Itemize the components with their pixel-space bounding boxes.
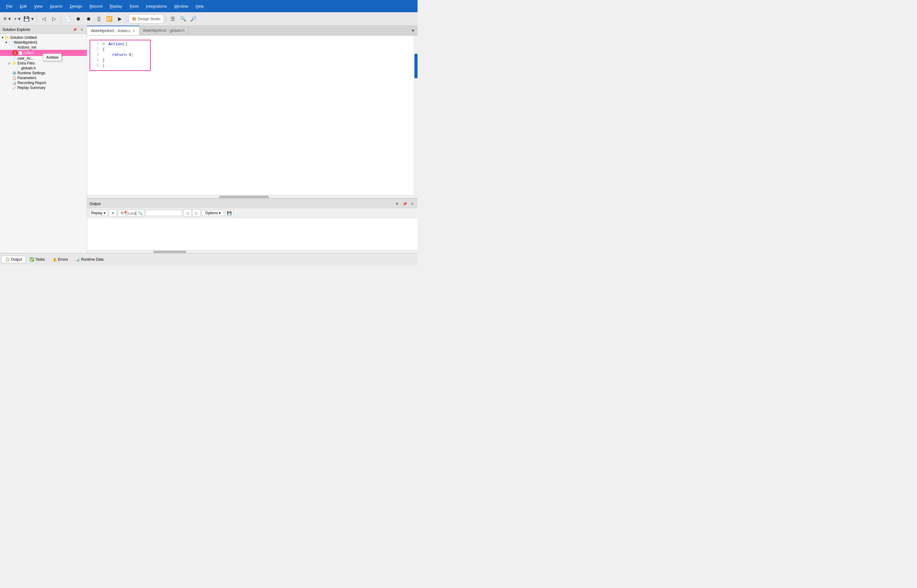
icon-actions-init: 📄 (12, 45, 16, 50)
tree-actions-init[interactable]: 📄 Actions_init (0, 45, 87, 50)
code-line-1: 1 ⊟ Action() (90, 42, 150, 47)
label-recording-report: Recording Report (18, 81, 46, 85)
label-user-ac: user_Ac... (18, 56, 34, 60)
tree-replay-summary[interactable]: 📈 Replay Summary (0, 85, 87, 90)
back-btn[interactable]: ◁ (39, 14, 48, 24)
play-btn[interactable]: ▶ (115, 14, 125, 24)
menu-tools[interactable]: Tools (126, 2, 142, 10)
stop-btn[interactable]: ⏺ (84, 14, 94, 24)
output-locate-btn[interactable]: 📍 Locate (127, 209, 135, 216)
bottom-tab-tasks[interactable]: ✅ Tasks (26, 256, 48, 263)
tree-extra-files[interactable]: ▷ 📁 Extra Files (0, 61, 87, 66)
label-replay-summary: Replay Summary (18, 86, 45, 90)
bottom-tab-runtime-data-icon: 📊 (75, 257, 80, 262)
menu-design[interactable]: Design (66, 2, 86, 10)
separator-2 (61, 15, 61, 23)
inspect-btn[interactable]: 🔍 (178, 14, 188, 24)
menu-search[interactable]: Search (46, 2, 66, 10)
solution-explorer-title: Solution Explorer (2, 27, 30, 32)
menu-integrations[interactable]: Integrations (142, 2, 171, 10)
save-dropdown-btn[interactable]: 💾 ▾ (22, 14, 34, 24)
output-header: Output ▼ 📌 ✕ (87, 200, 418, 208)
code-line-2: 2 { (90, 47, 150, 53)
tab-action-c-close[interactable]: ✕ (132, 29, 136, 33)
code-return-keyword: return (112, 53, 126, 57)
menu-view[interactable]: View (30, 2, 46, 10)
pin-icon[interactable]: 📌 (72, 27, 77, 32)
menu-file[interactable]: File (2, 2, 16, 10)
action-tooltip: Action (43, 53, 62, 61)
menu-replay[interactable]: Replay (106, 2, 126, 10)
bottom-tab-errors[interactable]: ⚠️ Errors (48, 256, 72, 263)
output-search-input[interactable] (145, 210, 182, 216)
tree-runtime-settings[interactable]: ⚙️ Runtime Settings (0, 71, 87, 76)
tree-recording-report[interactable]: 📊 Recording Report (0, 81, 87, 85)
tree-solution[interactable]: ▼ 📁 Solution Untitled (0, 35, 87, 40)
tab-overflow-btn[interactable]: ▼ (408, 28, 418, 33)
output-save-btn[interactable]: 💾 (225, 209, 233, 216)
icon-webhttphtml1: 📄 (8, 40, 13, 45)
tab-action-c-label: WebHttpHtml1 : Action.c (91, 29, 131, 33)
toolbar: ✳ ▾ + ▾ 💾 ▾ ◁ ▷ 📄 ⏺ ⏺ {} 🔁 ▶ 🎨 Design St… (0, 12, 418, 26)
close-se-icon[interactable]: ✕ (79, 27, 84, 32)
menu-window[interactable]: Window (171, 2, 192, 10)
editor-horizontal-scrollbar[interactable] (87, 195, 418, 198)
output-next-btn[interactable]: ▷ (192, 209, 200, 216)
bottom-tab-output-label: Output (11, 257, 22, 262)
options-arrow: ▾ (219, 211, 221, 215)
scrollbar-thumb (415, 54, 418, 78)
tab-globals-h[interactable]: WebHttpHtml1 : globals.h (139, 26, 189, 36)
output-horizontal-scrollbar[interactable] (87, 250, 418, 253)
add-dropdown-btn[interactable]: + ▾ (13, 14, 22, 24)
bottom-tab-tasks-icon: ✅ (30, 257, 34, 262)
label-globals-h: globals.h (21, 66, 36, 70)
output-filter-value: Replay (91, 211, 102, 215)
output-filter-dropdown[interactable]: Replay ▾ (89, 210, 108, 216)
output-options-btn[interactable]: Options ▾ (202, 210, 224, 216)
label-actions-init: Actions_init (18, 45, 36, 50)
icon-runtime-settings: ⚙️ (12, 71, 16, 75)
script-btn[interactable]: {} (94, 14, 104, 24)
record-btn[interactable]: ⏺ (73, 14, 83, 24)
bottom-tab-runtime-data[interactable]: 📊 Runtime Data (71, 256, 107, 263)
output-search-btn[interactable]: 🔍 (136, 209, 144, 216)
output-title: Output (90, 202, 100, 206)
forward-btn[interactable]: ▷ (49, 14, 59, 24)
bottom-tab-errors-label: Errors (58, 257, 68, 262)
bottom-tab-output[interactable]: 📋 Output (1, 256, 26, 263)
options-label: Options (205, 211, 218, 215)
icon-parameters: 📋 (12, 76, 16, 80)
design-studio-btn[interactable]: 🎨 Design Studio (129, 15, 164, 24)
menu-record[interactable]: Record (86, 2, 106, 10)
tree-globals-h[interactable]: 📄 globals.h (0, 66, 87, 71)
output-clear-btn[interactable]: ✕ (109, 209, 117, 216)
zoom-btn[interactable]: 🔎 (189, 14, 199, 24)
tooltip-label: Action (46, 55, 58, 60)
bottom-tab-errors-icon: ⚠️ (52, 257, 57, 262)
output-dropdown-icon[interactable]: ▼ (394, 201, 400, 207)
tree-parameters[interactable]: 📋 Parameters (0, 76, 87, 81)
list-btn[interactable]: ☰ (168, 14, 178, 24)
code-content[interactable]: 1 ⊟ Action() 2 { (87, 36, 414, 195)
icon-extra-files: 📁 (12, 61, 16, 65)
collapse-icon-1[interactable]: ⊟ (102, 42, 105, 47)
code-line-5: 5 | (90, 63, 150, 69)
menu-bar: File Edit View Search Design Record Repl… (0, 0, 418, 12)
star-dropdown-btn[interactable]: ✳ ▾ (2, 14, 12, 24)
line-num-4: 4 (90, 58, 102, 62)
output-close-icon[interactable]: ✕ (410, 201, 415, 207)
menu-edit[interactable]: Edit (16, 2, 30, 10)
tree-webhttphtml1[interactable]: ▼ 📄 WebHttpHtml1 (0, 40, 87, 45)
tab-action-c[interactable]: WebHttpHtml1 : Action.c ✕ (87, 26, 139, 36)
editor-right-scrollbar[interactable] (414, 36, 418, 195)
icon-action: 📄 (18, 51, 23, 55)
menu-help[interactable]: Help (192, 2, 208, 10)
output-prev-btn[interactable]: ◁ (183, 209, 191, 216)
line-content-3: return 0; (102, 53, 150, 57)
bottom-tabs: 📋 Output ✅ Tasks ⚠️ Errors 📊 Runtime Dat… (0, 253, 418, 265)
replay-loop-btn[interactable]: 🔁 (105, 14, 114, 24)
output-pin-icon[interactable]: 📌 (401, 201, 408, 207)
open-btn[interactable]: 📄 (63, 14, 73, 24)
output-content (87, 218, 418, 250)
badge-action: 1 (12, 50, 18, 56)
